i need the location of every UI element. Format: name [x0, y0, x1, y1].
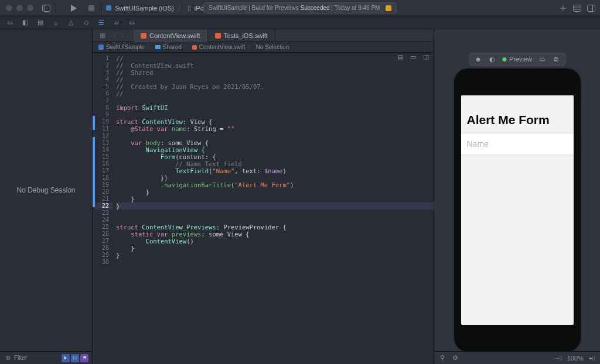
svg-marker-2 — [71, 5, 77, 12]
code-content[interactable]: //// ContentView.swift// Shared//// Crea… — [112, 53, 434, 364]
status-dot-icon — [502, 57, 506, 61]
swift-file-icon — [141, 33, 146, 39]
editor-tabbar: ▦ 〈 〉 ContentView.swift Tests_iOS.swift — [93, 29, 434, 42]
issues-icon[interactable]: △ — [67, 19, 75, 27]
swift-file-icon — [215, 33, 221, 39]
adjust-editor-icon[interactable]: ▭ — [409, 53, 417, 61]
minimize-window-icon[interactable] — [16, 5, 23, 11]
folder-icon — [155, 45, 161, 49]
tab-tests[interactable]: Tests_iOS.swift — [208, 29, 275, 42]
no-debug-message: No Debug Session — [0, 29, 92, 351]
svg-rect-0 — [43, 5, 50, 11]
status-time: | Today at 9:46 PM — [330, 5, 380, 11]
close-window-icon[interactable] — [6, 5, 12, 11]
status-result: Succeeded — [301, 5, 330, 11]
debug-navigator-icon[interactable]: ☰ — [97, 19, 105, 27]
live-icon[interactable]: ◐ — [488, 55, 496, 63]
device-settings-icon[interactable]: ▭ — [538, 55, 546, 63]
crumb-folder[interactable]: Shared — [163, 44, 182, 50]
reports-icon[interactable]: ▭ — [128, 19, 136, 27]
tab-label: Tests_iOS.swift — [224, 32, 268, 39]
symbols-icon[interactable]: ▤ — [36, 19, 45, 27]
svg-rect-9 — [588, 5, 595, 11]
settings-icon[interactable]: ⚙ — [452, 355, 459, 362]
crumb-selection[interactable]: No Selection — [256, 44, 289, 50]
device-icon: ▯ — [188, 4, 191, 12]
preview-label: Preview — [509, 56, 532, 63]
project-navigator-icon[interactable]: ▭ — [6, 19, 14, 27]
svg-rect-6 — [574, 5, 581, 11]
filter-icon: ⊕ — [4, 354, 12, 362]
textfield-placeholder: Name — [467, 139, 489, 149]
editor-area: ▦ 〈 〉 ContentView.swift Tests_iOS.swift … — [93, 29, 434, 364]
crumb-file[interactable]: ContentView.swift — [199, 44, 246, 50]
filter-field[interactable]: ⊕ Filter — [4, 354, 27, 362]
line-gutter[interactable]: 1234567891011121314151617181920212223242… — [95, 53, 112, 364]
project-icon — [106, 5, 111, 11]
back-icon[interactable]: 〈 — [109, 32, 117, 40]
filter-chip-1[interactable]: ⏵ — [62, 354, 70, 362]
zoom-out-icon[interactable]: −⃝ — [555, 355, 562, 362]
canvas-footer: ⚲ ⚙ −⃝ 100% +⃝ — [434, 351, 600, 364]
inspect-icon[interactable]: ☻ — [474, 55, 482, 63]
minimap-icon[interactable]: ▤ — [396, 53, 404, 61]
filter-placeholder: Filter — [14, 355, 27, 361]
navigator-selector-bar: ▭ ◧ ▤ ⌕ △ ◇ ☰ ▱ ▭ — [0, 16, 600, 29]
find-icon[interactable]: ⌕ — [52, 19, 60, 27]
device-screen[interactable]: Alert Me Form Name — [461, 95, 574, 325]
svg-rect-3 — [88, 5, 94, 11]
jump-bar[interactable]: SwiftUISample 〉 Shared 〉 ContentView.swi… — [93, 42, 434, 53]
related-items-icon[interactable]: ▦ — [98, 32, 107, 40]
run-icon[interactable] — [69, 4, 79, 13]
zoom-window-icon[interactable] — [27, 5, 33, 11]
crumb-project[interactable]: SwiftUISample — [106, 44, 145, 50]
warning-icon[interactable] — [386, 5, 391, 11]
navigator-footer: ⊕ Filter ⏵ □ ⚑ — [0, 351, 92, 364]
debug-navigator: No Debug Session ⊕ Filter ⏵ □ ⚑ — [0, 29, 93, 364]
editor-options-icon[interactable] — [573, 4, 581, 12]
tab-label: ContentView.swift — [149, 32, 200, 39]
zoom-in-icon[interactable]: +⃝ — [588, 355, 595, 362]
swift-file-icon — [192, 45, 197, 50]
preview-canvas: ☻ ◐ Preview ▭ ⧉ Alert Me Form Name ⚲ ⚙ — [434, 29, 600, 364]
project-icon — [98, 44, 104, 50]
tests-icon[interactable]: ◇ — [82, 19, 90, 27]
activity-viewer[interactable]: SwiftUISample | Build for Previews Succe… — [203, 2, 397, 13]
stop-icon[interactable] — [87, 4, 96, 13]
source-control-icon[interactable]: ◧ — [21, 19, 29, 27]
name-textfield[interactable]: Name — [461, 133, 574, 155]
canvas-toolbar: ☻ ◐ Preview ▭ ⧉ — [469, 53, 565, 66]
device-frame: Alert Me Form Name — [453, 67, 582, 353]
zoom-value[interactable]: 100% — [567, 355, 584, 362]
filter-chip-3[interactable]: ⚑ — [80, 354, 88, 362]
chevron-right-icon: 〉 — [178, 4, 184, 12]
add-editor-icon[interactable] — [559, 4, 567, 12]
pin-icon[interactable]: ⚲ — [439, 355, 446, 362]
window-traffic-lights[interactable] — [6, 5, 33, 11]
status-prefix: SwiftUISample | Build for Previews — [209, 5, 301, 11]
form-nav-title: Alert Me Form — [461, 95, 574, 133]
window-titlebar: SwiftUISample (iOS) 〉 ▯ iPod touch (7th … — [0, 0, 600, 16]
tab-contentview[interactable]: ContentView.swift — [134, 29, 208, 42]
filter-chip-2[interactable]: □ — [71, 354, 79, 362]
source-editor[interactable]: ▤ ▭ ◫ 1234567891011121314151617181920212… — [93, 53, 434, 364]
duplicate-icon[interactable]: ⧉ — [552, 55, 560, 63]
assistant-icon[interactable]: ◫ — [422, 53, 430, 61]
scheme-name: SwiftUISample (iOS) — [115, 5, 174, 12]
preview-button[interactable]: Preview — [502, 56, 532, 63]
toggle-navigator-icon[interactable] — [42, 4, 51, 13]
toggle-inspectors-icon[interactable] — [587, 4, 595, 12]
forward-icon[interactable]: 〉 — [120, 32, 128, 40]
breakpoints-icon[interactable]: ▱ — [112, 19, 121, 27]
